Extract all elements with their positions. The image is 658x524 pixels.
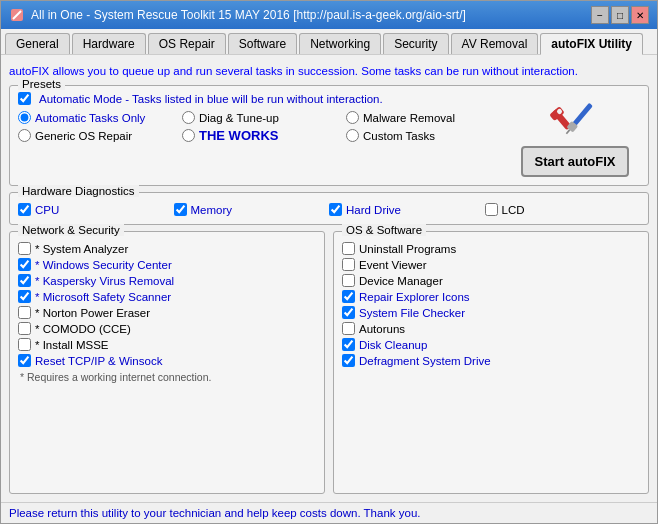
start-autofix-button[interactable]: Start autoFIX: [521, 146, 630, 177]
check-windows-security: * Windows Security Center: [18, 258, 316, 271]
status-bar: Please return this utility to your techn…: [1, 502, 657, 523]
tab-hardware[interactable]: Hardware: [72, 33, 146, 54]
tab-os-repair[interactable]: OS Repair: [148, 33, 226, 54]
check-install-msse: * Install MSSE: [18, 338, 316, 351]
tabs-bar: General Hardware OS Repair Software Netw…: [1, 29, 657, 55]
tab-security[interactable]: Security: [383, 33, 448, 54]
check-kaspersky: * Kaspersky Virus Removal: [18, 274, 316, 287]
lower-sections: Network & Security * System Analyzer * W…: [9, 231, 649, 494]
hardware-diagnostics-group: Hardware Diagnostics CPU Memory Hard Dri…: [9, 192, 649, 225]
presets-group: Presets Automatic Mode - Tasks listed in…: [9, 85, 649, 186]
cpu-checkbox[interactable]: [18, 203, 31, 216]
main-content: autoFIX allows you to queue up and run s…: [1, 55, 657, 502]
presets-title: Presets: [18, 78, 65, 90]
close-button[interactable]: ✕: [631, 6, 649, 24]
title-bar-buttons: − □ ✕: [591, 6, 649, 24]
radio-grid: Automatic Tasks Only Diag & Tune-up Malw…: [18, 111, 502, 143]
radio-malware-removal: Malware Removal: [346, 111, 502, 124]
tools-icon: [550, 92, 600, 142]
radio-generic-os-repair: Generic OS Repair: [18, 128, 174, 143]
check-system-file-checker: System File Checker: [342, 306, 640, 319]
network-asterisk-note: * Requires a working internet connection…: [18, 371, 316, 383]
hw-diag-list: CPU Memory Hard Drive LCD: [18, 203, 640, 216]
radio-the-works: THE WORKS: [182, 128, 338, 143]
description-text: autoFIX allows you to queue up and run s…: [9, 63, 649, 79]
auto-mode-line: Automatic Mode - Tasks listed in blue wi…: [18, 92, 502, 105]
check-repair-explorer: Repair Explorer Icons: [342, 290, 640, 303]
app-icon: [9, 7, 25, 23]
presets-content: Automatic Mode - Tasks listed in blue wi…: [18, 92, 640, 177]
svg-rect-7: [566, 129, 570, 134]
hw-item-cpu: CPU: [18, 203, 174, 216]
maximize-button[interactable]: □: [611, 6, 629, 24]
main-window: All in One - System Rescue Toolkit 15 MA…: [0, 0, 658, 524]
auto-mode-label: Automatic Mode - Tasks listed in blue wi…: [39, 93, 383, 105]
hardware-diagnostics-title: Hardware Diagnostics: [18, 185, 139, 197]
hw-item-hard-drive: Hard Drive: [329, 203, 485, 216]
check-microsoft-safety: * Microsoft Safety Scanner: [18, 290, 316, 303]
check-event-viewer: Event Viewer: [342, 258, 640, 271]
radio-diag-tuneup: Diag & Tune-up: [182, 111, 338, 124]
check-system-analyzer: * System Analyzer: [18, 242, 316, 255]
os-software-group: OS & Software Uninstall Programs Event V…: [333, 231, 649, 494]
hw-item-memory: Memory: [174, 203, 330, 216]
tab-software[interactable]: Software: [228, 33, 297, 54]
network-security-group: Network & Security * System Analyzer * W…: [9, 231, 325, 494]
minimize-button[interactable]: −: [591, 6, 609, 24]
check-autoruns: Autoruns: [342, 322, 640, 335]
network-security-title: Network & Security: [18, 224, 124, 236]
tab-networking[interactable]: Networking: [299, 33, 381, 54]
radio-custom-tasks: Custom Tasks: [346, 128, 502, 143]
check-uninstall-programs: Uninstall Programs: [342, 242, 640, 255]
check-disk-cleanup: Disk Cleanup: [342, 338, 640, 351]
network-check-list: * System Analyzer * Windows Security Cen…: [18, 242, 316, 367]
auto-mode-checkbox[interactable]: [18, 92, 31, 105]
tab-autofix[interactable]: autoFIX Utility: [540, 33, 643, 55]
lcd-checkbox[interactable]: [485, 203, 498, 216]
start-btn-area: Start autoFIX: [510, 92, 640, 177]
check-comodo: * COMODO (CCE): [18, 322, 316, 335]
check-defragment: Defragment System Drive: [342, 354, 640, 367]
radio-automatic-tasks: Automatic Tasks Only: [18, 111, 174, 124]
hard-drive-checkbox[interactable]: [329, 203, 342, 216]
os-software-title: OS & Software: [342, 224, 426, 236]
title-bar-left: All in One - System Rescue Toolkit 15 MA…: [9, 7, 466, 23]
os-check-list: Uninstall Programs Event Viewer Device M…: [342, 242, 640, 367]
check-device-manager: Device Manager: [342, 274, 640, 287]
check-reset-tcpip: Reset TCP/IP & Winsock: [18, 354, 316, 367]
svg-rect-5: [572, 103, 593, 127]
window-title: All in One - System Rescue Toolkit 15 MA…: [31, 8, 466, 22]
memory-checkbox[interactable]: [174, 203, 187, 216]
tab-general[interactable]: General: [5, 33, 70, 54]
presets-left: Automatic Mode - Tasks listed in blue wi…: [18, 92, 502, 177]
status-text: Please return this utility to your techn…: [9, 507, 420, 519]
hw-item-lcd: LCD: [485, 203, 641, 216]
check-norton: * Norton Power Eraser: [18, 306, 316, 319]
title-bar: All in One - System Rescue Toolkit 15 MA…: [1, 1, 657, 29]
tab-av-removal[interactable]: AV Removal: [451, 33, 539, 54]
